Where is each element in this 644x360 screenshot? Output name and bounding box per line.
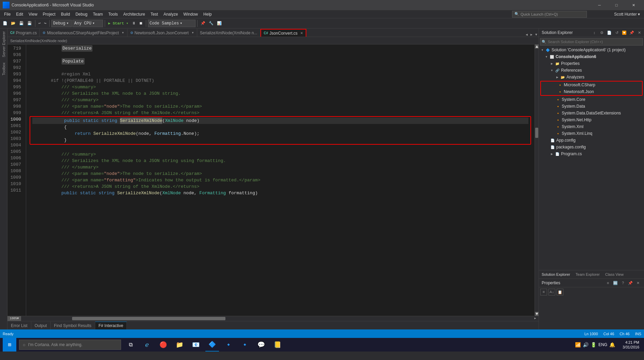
menu-window[interactable]: Window bbox=[181, 10, 201, 18]
tree-microsoft-csharp[interactable]: 🔸 Microsoft.CSharp bbox=[541, 82, 642, 88]
start-btn[interactable]: ▶ Start ▾ bbox=[107, 19, 130, 28]
system-clock[interactable]: 4:21 PM 3/31/2016 bbox=[621, 340, 641, 350]
start-button[interactable]: ⊞ bbox=[3, 338, 16, 352]
se-properties-btn[interactable]: ⚙ bbox=[598, 29, 605, 36]
tree-solution[interactable]: ▼ 🔷 Solution 'ConsoleApplication6' (1 pr… bbox=[539, 47, 644, 53]
toolbar-icon-1[interactable]: 📌 bbox=[199, 19, 207, 28]
save-btn[interactable]: 💾 bbox=[18, 19, 25, 28]
tree-properties[interactable]: ▶ 📁 Properties bbox=[539, 60, 644, 67]
menu-team[interactable]: Team bbox=[90, 10, 105, 18]
scroll-up-btn[interactable]: ▲ bbox=[535, 44, 539, 49]
vs-third-btn[interactable]: 🔹 bbox=[238, 338, 252, 352]
platform-dropdown[interactable]: Any CPU ▼ bbox=[72, 20, 103, 27]
network-icon[interactable]: 📶 bbox=[575, 342, 581, 347]
tab-jsonconvert-cs[interactable]: C# JsonConvert.cs ✕ bbox=[260, 29, 307, 37]
prop-alphabetical-btn[interactable]: A↓ bbox=[548, 289, 555, 295]
volume-icon[interactable]: 🔊 bbox=[583, 342, 589, 347]
se-collapse-all-btn[interactable]: ↕ bbox=[591, 29, 598, 36]
tree-references[interactable]: ▼ 🔗 References bbox=[539, 67, 644, 74]
menu-analyze[interactable]: Analyze bbox=[161, 10, 181, 18]
tree-program-cs[interactable]: ▶ 📄 Program.cs bbox=[539, 150, 644, 157]
close-button[interactable]: ✕ bbox=[626, 0, 641, 10]
tree-system-xml[interactable]: 🔸 System.Xml bbox=[539, 123, 644, 130]
tab-serialize-xmlnode[interactable]: SerializeXmlNode(XmlNode n... bbox=[197, 29, 260, 37]
vs-secondary-btn[interactable]: 🔹 bbox=[222, 338, 235, 352]
tree-system-net-http[interactable]: 🔸 System.Net.Http bbox=[539, 116, 644, 123]
tab-dropdown-btn[interactable]: ▼ bbox=[534, 33, 539, 37]
zoom-level[interactable]: 100%▼ bbox=[7, 316, 21, 321]
h-scroll-right[interactable]: ► bbox=[532, 316, 539, 321]
pause-btn[interactable]: ⏸ bbox=[131, 19, 137, 28]
toolbar-icon-3[interactable]: 📊 bbox=[216, 19, 223, 28]
cortana-search[interactable]: ○ I'm Cortana. Ask me anything. bbox=[19, 340, 121, 350]
menu-project[interactable]: Project bbox=[40, 10, 58, 18]
se-tab-team-explorer[interactable]: Team Explorer bbox=[573, 270, 603, 279]
menu-build[interactable]: Build bbox=[58, 10, 73, 18]
code-samples-dropdown[interactable]: Code Samples ▼ bbox=[148, 20, 196, 27]
explorer-btn[interactable]: 📁 bbox=[173, 338, 186, 352]
redo-btn[interactable]: ↪ bbox=[43, 19, 48, 28]
tree-system-data[interactable]: 🔸 System.Data bbox=[539, 103, 644, 110]
tree-analyzers[interactable]: ▶ 📂 Analyzers bbox=[539, 74, 644, 80]
tree-app-config[interactable]: 📄 App.config bbox=[539, 137, 644, 144]
tree-system-core[interactable]: 🔸 System.Core bbox=[539, 96, 644, 103]
properties-sort-btn[interactable]: 🔤 bbox=[612, 280, 619, 286]
new-project-btn[interactable]: 📄 bbox=[1, 19, 9, 28]
server-explorer-tab[interactable]: Server Explorer bbox=[1, 29, 7, 60]
task-view-btn[interactable]: ⧉ bbox=[124, 338, 137, 352]
properties-categories-btn[interactable]: ≡ bbox=[605, 280, 611, 286]
tree-system-xml-linq[interactable]: 🔸 System.Xml.Linq bbox=[539, 130, 644, 137]
language-icon[interactable]: ENG bbox=[598, 342, 607, 347]
properties-pin-btn[interactable]: 📌 bbox=[627, 280, 634, 286]
menu-view[interactable]: View bbox=[26, 10, 40, 18]
onenote-btn[interactable]: 📒 bbox=[271, 338, 284, 352]
debug-mode-dropdown[interactable]: Debug ▼ bbox=[51, 20, 72, 27]
tree-packages-config[interactable]: 📄 packages.config bbox=[539, 144, 644, 150]
scroll-down-btn[interactable]: ▼ bbox=[535, 312, 539, 316]
stop-btn[interactable]: ⏹ bbox=[138, 19, 144, 28]
se-filter-btn[interactable]: 🔽 bbox=[621, 29, 628, 36]
se-refresh-btn[interactable]: ↺ bbox=[613, 29, 620, 36]
notification-icon[interactable]: 🔔 bbox=[609, 342, 615, 347]
prop-categorize-btn[interactable]: ≡ bbox=[540, 289, 547, 295]
se-tab-class-view[interactable]: Class View bbox=[603, 270, 626, 279]
tab-error-list[interactable]: Error List bbox=[7, 322, 31, 329]
tab-scroll-left[interactable]: ◀ bbox=[524, 33, 529, 37]
skype-btn[interactable]: 💬 bbox=[254, 338, 268, 352]
chrome-btn[interactable]: 🔴 bbox=[156, 338, 170, 352]
tab-scroll-right[interactable]: ▶ bbox=[529, 33, 534, 37]
tab-program-cs[interactable]: C# Program.cs bbox=[7, 29, 40, 37]
se-close-btn[interactable]: ✕ bbox=[636, 29, 643, 36]
tab-newtonsoft-jsonconvert[interactable]: ⚙ Newtonsoft.Json.JsonConvert ▼ bbox=[128, 29, 197, 37]
tree-newtonsoft-json[interactable]: 🔸 Newtonsoft.Json bbox=[541, 88, 642, 95]
maximize-button[interactable]: □ bbox=[609, 0, 624, 10]
h-scroll-thumb[interactable] bbox=[72, 317, 225, 320]
tab-misc-project[interactable]: ⚙ MiscellaneousCSharpNugetFilesProject ▼ bbox=[40, 29, 127, 37]
tab-close-btn[interactable]: ✕ bbox=[300, 31, 303, 35]
tab-find-symbol[interactable]: Find Symbol Results bbox=[51, 322, 95, 329]
se-tab-solution-explorer[interactable]: Solution Explorer bbox=[539, 270, 573, 279]
outlook-btn[interactable]: 📧 bbox=[189, 338, 203, 352]
scroll-thumb[interactable] bbox=[535, 128, 538, 138]
tree-project[interactable]: ▼ ⬜ ConsoleApplication6 bbox=[539, 53, 644, 60]
menu-help[interactable]: Help bbox=[201, 10, 215, 18]
se-show-all-files-btn[interactable]: 📄 bbox=[606, 29, 613, 36]
prop-property-pages-btn[interactable]: 📋 bbox=[557, 289, 563, 295]
se-search-input[interactable] bbox=[548, 40, 641, 44]
menu-tools[interactable]: Tools bbox=[106, 10, 121, 18]
tree-system-data-dse[interactable]: 🔸 System.Data.DataSetExtensions bbox=[539, 110, 644, 116]
battery-icon[interactable]: 🔋 bbox=[591, 342, 596, 347]
vs-taskbar-btn[interactable]: 🔷 bbox=[205, 338, 219, 352]
open-btn[interactable]: 📂 bbox=[10, 19, 17, 28]
tab-fsharp-interactive[interactable]: F# Interactive bbox=[95, 322, 127, 329]
menu-debug[interactable]: Debug bbox=[73, 10, 90, 18]
save-all-btn[interactable]: 💾 bbox=[26, 19, 33, 28]
menu-architecture[interactable]: Architecture bbox=[121, 10, 148, 18]
properties-help-btn[interactable]: ? bbox=[620, 280, 626, 286]
toolbox-tab[interactable]: Toolbox bbox=[1, 60, 7, 78]
toolbar-icon-2[interactable]: 🔧 bbox=[207, 19, 215, 28]
properties-close-btn[interactable]: ✕ bbox=[634, 280, 641, 286]
minimize-button[interactable]: ─ bbox=[592, 0, 607, 10]
edge-btn[interactable]: ℯ bbox=[140, 338, 154, 352]
menu-edit[interactable]: Edit bbox=[13, 10, 26, 18]
